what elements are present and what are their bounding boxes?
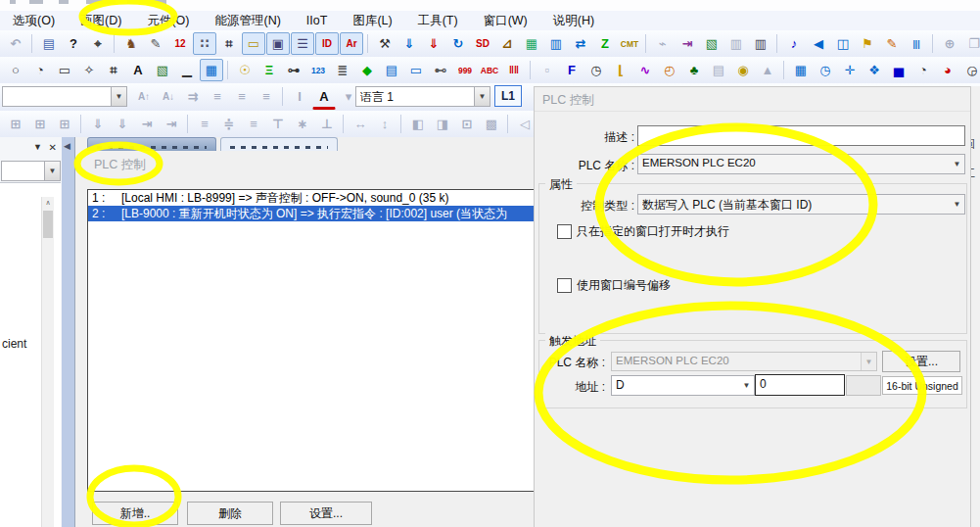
screen-123-icon[interactable]: ▦ [789,59,813,81]
calendar-icon[interactable]: 12 [168,32,192,55]
cabinet2-icon[interactable]: ▥ [749,32,772,55]
panel-scrollbar[interactable]: ∧ [41,197,54,527]
tree-view-icon[interactable]: ♣ [682,59,706,81]
screen-time-icon[interactable]: ◷ [814,59,837,81]
bit-lamp-icon[interactable]: ☉ [233,59,257,81]
tab-scroll-left-icon[interactable]: ◀ [64,141,70,151]
menu-item[interactable]: 画图(D) [68,11,134,31]
cascade-windows-icon[interactable]: ▣ [266,32,290,55]
picture-icon[interactable]: ▧ [151,59,174,81]
pen-tool-icon[interactable]: ∿ [633,59,657,81]
clock-icon[interactable]: ◷ [584,59,608,81]
chevron-down-icon[interactable]: ▼ [111,87,126,106]
ellipse-icon[interactable]: ○ [4,59,27,81]
panel-combo[interactable]: ▼ [1,161,61,181]
toggle-switch-icon[interactable]: ⊶ [282,59,305,81]
bar-meter-icon[interactable]: ⌊ [609,59,632,81]
window-bar-icon[interactable]: ▭ [404,59,428,81]
scroll-up-icon[interactable]: ∧ [42,197,54,209]
menu-item[interactable]: 元件(O) [134,11,202,31]
chevron-down-icon[interactable]: ▼ [950,155,964,173]
chevron-down-icon[interactable]: ▼ [739,376,754,395]
gauge-icon[interactable]: ◔ [911,59,935,81]
language-state-button[interactable]: L1 [494,85,522,107]
numeric-999-icon[interactable]: 999 [453,59,477,81]
address-grid-icon[interactable]: ◫ [831,32,855,55]
simulate-icon[interactable]: ♞ [119,32,143,55]
zip-icon[interactable]: Z [593,32,617,55]
document-tab[interactable] [87,137,216,151]
scrollbar-thumb[interactable] [43,211,53,238]
menu-item[interactable]: 工具(T) [405,11,471,31]
print-icon[interactable]: ▤ [37,32,61,55]
import-library-icon[interactable]: ⇥ [676,32,699,55]
data-table-icon[interactable]: ▦ [520,32,543,55]
checkbox-icon[interactable] [557,278,572,293]
image-view-icon[interactable]: ◉ [731,59,755,81]
context-help-icon[interactable]: ⌖ [86,32,110,55]
bars-icon[interactable]: ||| [905,32,928,55]
f-box-icon[interactable]: F [560,59,583,81]
compile-icon[interactable]: ⚒ [373,32,397,55]
text-icon[interactable]: A [126,59,150,81]
clock2-icon[interactable]: ◶ [960,59,980,81]
panel-list[interactable]: cient ∧ [0,182,61,527]
pie-chart-icon[interactable]: ◕ [936,59,959,81]
menu-item[interactable]: IIoT [294,12,341,29]
address-input[interactable]: 0 [755,374,845,396]
description-input[interactable] [637,125,965,146]
macro-edit-icon[interactable]: ✎ [880,32,904,55]
plc-control-list-row[interactable]: 1 :[Local HMI : LB-8999] => 声音控制 : OFF->… [88,190,535,206]
transfer-icon[interactable]: ⇄ [569,32,592,55]
screen-pointer-icon[interactable]: ◀ [807,32,830,55]
menu-item[interactable]: 说明(H) [540,11,607,31]
chevron-down-icon[interactable]: ▼ [474,87,490,106]
screen-icon[interactable]: ▥ [544,32,568,55]
sd-card-icon[interactable]: SD [471,32,494,55]
menu-item[interactable]: 窗口(W) [471,11,540,31]
chevron-down-icon[interactable]: ▼ [950,195,964,214]
plc-name-combo[interactable]: EMERSON PLC EC20 ▼ [637,154,965,174]
ar-icon[interactable]: Ar [340,32,363,55]
device-type-combo[interactable]: D ▼ [611,375,755,396]
function-key-icon[interactable]: ▤ [380,59,403,81]
snap-icon[interactable]: ⌗ [217,32,241,55]
word-lamp-icon[interactable]: Ξ [257,59,281,81]
menu-item[interactable]: 能源管理(N) [202,11,293,31]
help-icon[interactable]: ? [62,32,85,55]
control-type-combo[interactable]: 数据写入 PLC (当前基本窗口 ID) ▼ [637,194,965,215]
tag-library-icon[interactable]: ⚑ [856,32,879,55]
numeric-icon[interactable]: 123 [306,59,330,81]
grid-dots-icon[interactable]: ∷ [193,32,216,55]
download-stop-icon[interactable]: ⇓ [422,32,445,55]
polygon-icon[interactable]: ✧ [77,59,101,81]
layers-icon[interactable]: ≣ [331,59,354,81]
id-icon[interactable]: ID [315,32,339,55]
font-color-icon[interactable]: A [312,85,336,110]
key-icon[interactable]: ⊷ [429,59,452,81]
pie-icon[interactable]: ◔ [28,59,52,81]
sound-icon[interactable]: ♪ [782,32,806,55]
ascii-icon[interactable]: ABC [478,59,501,81]
stylus-icon[interactable]: ⊿ [495,32,519,55]
scale-icon[interactable]: ⌗ [102,59,125,81]
cmt-icon[interactable]: CMT [618,32,641,55]
comment-icon[interactable]: ☰ [291,32,314,55]
delete-button[interactable]: 删除 [187,502,273,525]
chevron-down-icon[interactable]: ▼ [44,162,60,180]
plc-control-list-row[interactable]: 2 :[LB-9000 : 重新开机时状态为 ON] => 执行宏指令 : [I… [88,206,535,221]
download-icon[interactable]: ⇓ [397,32,421,55]
close-icon[interactable]: ✕ [49,142,57,153]
flow-block-icon[interactable]: ❖ [863,59,886,81]
import-image-icon[interactable]: ▧ [700,32,723,55]
shape-icon[interactable]: ▁ [175,59,199,81]
scheduler-icon[interactable]: ◴ [658,59,681,81]
language-combo[interactable]: 语言 1 ▼ [355,86,490,107]
document-tab[interactable] [220,137,338,151]
reboot-icon[interactable]: ↻ [446,32,470,55]
combo-button-icon[interactable]: ◆ [355,59,379,81]
trigger-settings-button[interactable]: 设置... [882,351,960,372]
add-button[interactable]: 新增.. [92,502,178,525]
checkbox-icon[interactable] [557,224,572,239]
collapse-icon[interactable]: ▼ [33,142,42,152]
